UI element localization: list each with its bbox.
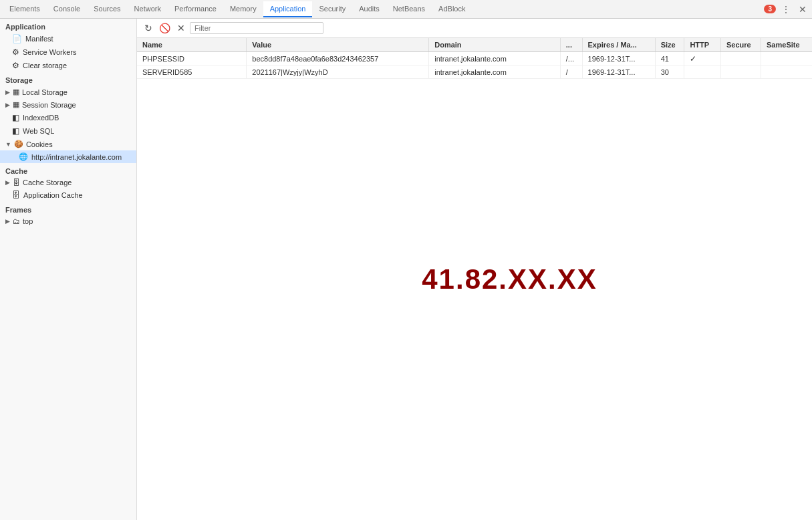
- content-toolbar: ↻ 🚫 ✕: [137, 19, 812, 38]
- content-area: ↻ 🚫 ✕ 41.82.XX.XX Name Value Domain ... …: [137, 19, 812, 520]
- indexeddb-icon: ◧: [12, 113, 19, 122]
- local-storage-icon: ▦: [13, 88, 19, 96]
- cell-dots: /...: [560, 52, 582, 66]
- sidebar-item-application-cache[interactable]: 🗄 Application Cache: [0, 188, 136, 202]
- sidebar-item-clear-storage[interactable]: ⚙ Clear storage: [0, 59, 136, 72]
- collapse-arrow-session: ▶: [5, 102, 10, 108]
- sidebar-item-websql[interactable]: ◧ Web SQL: [0, 124, 136, 138]
- collapse-arrow-local: ▶: [5, 89, 10, 96]
- cell-http: ✓: [684, 52, 721, 66]
- session-storage-icon: ▦: [13, 100, 19, 109]
- sidebar-item-cookies-url[interactable]: 🌐 http://intranet.jokalante.com: [0, 150, 136, 163]
- tab-console[interactable]: Console: [47, 1, 87, 17]
- sidebar-item-local-storage[interactable]: ▶ ▦ Local Storage: [0, 86, 136, 98]
- tab-elements[interactable]: Elements: [3, 1, 47, 17]
- col-header-dots[interactable]: ...: [560, 38, 582, 52]
- section-application: Application: [0, 19, 136, 32]
- table-row[interactable]: PHPSESSIDbec8dd8f7a48eae0fa6e83d24346235…: [137, 52, 812, 66]
- tab-performance[interactable]: Performance: [168, 1, 223, 17]
- col-header-expires[interactable]: Expires / Ma...: [582, 38, 655, 52]
- cookie-table: 41.82.XX.XX Name Value Domain ... Expire…: [137, 38, 812, 520]
- cookies-data-table: Name Value Domain ... Expires / Ma... Si…: [137, 38, 812, 79]
- manifest-icon: 📄: [12, 34, 22, 43]
- collapse-arrow-cache: ▶: [5, 179, 10, 186]
- cache-storage-icon: 🗄: [13, 178, 20, 186]
- cell-size: 30: [655, 66, 684, 79]
- sidebar-item-service-workers[interactable]: ⚙ Service Workers: [0, 45, 136, 59]
- table-row[interactable]: SERVERID5852021167|Wzyjy|WzyhDintranet.j…: [137, 66, 812, 79]
- col-header-value[interactable]: Value: [247, 38, 429, 52]
- cell-size: 41: [655, 52, 684, 66]
- tab-netbeans[interactable]: NetBeans: [386, 1, 432, 17]
- websql-icon: ◧: [12, 126, 19, 136]
- tab-sources[interactable]: Sources: [87, 1, 127, 17]
- table-header-row: Name Value Domain ... Expires / Ma... Si…: [137, 38, 812, 52]
- cell-samesite: [761, 52, 812, 66]
- cell-secure: [720, 66, 761, 79]
- sidebar-item-cache-storage[interactable]: ▶ 🗄 Cache Storage: [0, 176, 136, 188]
- tab-bar: Elements Console Sources Network Perform…: [0, 0, 812, 19]
- section-frames: Frames: [0, 202, 136, 215]
- sidebar: Application 📄 Manifest ⚙ Service Workers…: [0, 19, 137, 520]
- filter-input[interactable]: [190, 22, 323, 34]
- collapse-arrow-cookies: ▼: [5, 141, 11, 148]
- col-header-name[interactable]: Name: [137, 38, 247, 52]
- col-header-domain[interactable]: Domain: [429, 38, 561, 52]
- cell-http: [684, 66, 721, 79]
- cell-name: PHPSESSID: [137, 52, 247, 66]
- top-icon: 🗂: [13, 217, 20, 225]
- section-storage: Storage: [0, 72, 136, 86]
- tab-list: Elements Console Sources Network Perform…: [3, 1, 472, 17]
- col-header-secure[interactable]: Secure: [720, 38, 761, 52]
- cell-domain: intranet.jokalante.com: [429, 52, 561, 66]
- more-options-button[interactable]: ⋮: [779, 3, 793, 15]
- collapse-arrow-top: ▶: [5, 218, 10, 225]
- section-cache: Cache: [0, 163, 136, 176]
- error-badge: 3: [764, 5, 776, 13]
- tab-network[interactable]: Network: [128, 1, 168, 17]
- cell-samesite: [761, 66, 812, 79]
- refresh-button[interactable]: ↻: [142, 21, 154, 35]
- sidebar-item-session-storage[interactable]: ▶ ▦ Session Storage: [0, 98, 136, 111]
- sidebar-item-top[interactable]: ▶ 🗂 top: [0, 215, 136, 227]
- close-devtools-button[interactable]: ✕: [796, 3, 809, 15]
- application-cache-icon: 🗄: [12, 190, 20, 200]
- cookies-url-icon: 🌐: [19, 152, 28, 161]
- tab-adblock[interactable]: AdBlock: [432, 1, 472, 17]
- col-header-samesite[interactable]: SameSite: [761, 38, 812, 52]
- main-layout: Application 📄 Manifest ⚙ Service Workers…: [0, 19, 812, 520]
- cell-expires: 1969-12-31T...: [582, 66, 655, 79]
- tab-audits[interactable]: Audits: [352, 1, 386, 17]
- sidebar-item-indexeddb[interactable]: ◧ IndexedDB: [0, 111, 136, 124]
- cell-secure: [720, 52, 761, 66]
- sidebar-item-cookies[interactable]: ▼ 🍪 Cookies: [0, 138, 136, 150]
- cookies-icon: 🍪: [14, 140, 23, 148]
- sidebar-item-manifest[interactable]: 📄 Manifest: [0, 32, 136, 45]
- tab-bar-right: 3 ⋮ ✕: [764, 3, 809, 15]
- clear-button[interactable]: ✕: [175, 21, 187, 35]
- cell-value: 2021167|Wzyjy|WzyhD: [247, 66, 429, 79]
- cell-name: SERVERID585: [137, 66, 247, 79]
- cell-value: bec8dd8f7a48eae0fa6e83d243462357: [247, 52, 429, 66]
- cell-domain: intranet.jokalante.com: [429, 66, 561, 79]
- tab-security[interactable]: Security: [312, 1, 352, 17]
- tab-application[interactable]: Application: [263, 1, 313, 17]
- ip-overlay: 41.82.XX.XX: [422, 263, 597, 295]
- cell-dots: /: [560, 66, 582, 79]
- col-header-http[interactable]: HTTP: [684, 38, 721, 52]
- clear-storage-icon: ⚙: [12, 61, 19, 70]
- delete-button[interactable]: 🚫: [157, 21, 172, 35]
- tab-memory[interactable]: Memory: [223, 1, 263, 17]
- col-header-size[interactable]: Size: [655, 38, 684, 52]
- http-checkmark: ✓: [690, 54, 696, 63]
- cell-expires: 1969-12-31T...: [582, 52, 655, 66]
- service-workers-icon: ⚙: [12, 47, 19, 57]
